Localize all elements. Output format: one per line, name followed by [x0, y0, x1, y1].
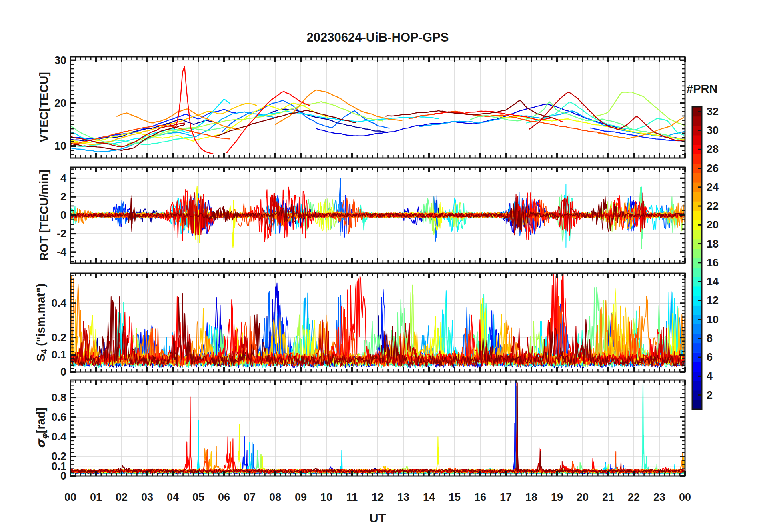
y-tick-label-s4: 0.4: [51, 297, 66, 310]
x-tick-label: 05: [192, 491, 204, 504]
y-tick-label-rot: 0: [60, 209, 66, 222]
colorbar-segment: [692, 362, 702, 372]
x-tick-label: 06: [218, 491, 230, 504]
x-tick-label: 23: [653, 491, 665, 504]
colorbar-tick-label: 16: [707, 256, 719, 269]
figure-canvas: [0, 0, 761, 532]
colorbar: [692, 107, 702, 410]
y-axis-label-rot-text: ROT [TECU/min]: [38, 170, 50, 260]
y-axis-label-s4: S4 ("ism.mat"): [34, 284, 49, 362]
x-tick-label: 08: [269, 491, 281, 504]
colorbar-tick-label: 24: [707, 181, 719, 193]
series-prn-4: [316, 104, 685, 138]
y-tick-label-s4: 0.1: [51, 349, 66, 361]
y-tick-label-sigma_phi: 0.4: [51, 431, 66, 443]
series-s4: [70, 246, 684, 368]
colorbar-segment: [692, 230, 702, 239]
x-tick-label: 16: [474, 491, 486, 504]
y-axis-label-s4-text: S: [34, 354, 47, 361]
x-tick-label: 01: [90, 491, 102, 504]
colorbar-segment: [692, 173, 702, 182]
x-tick-label: 00: [679, 491, 691, 504]
x-tick-label: 02: [116, 491, 128, 504]
series-prn-8: [70, 178, 684, 241]
y-tick-label-rot: 4: [60, 172, 66, 184]
x-tick-label: 09: [295, 491, 307, 504]
y-tick-label-vtec: 20: [54, 97, 66, 109]
x-tick-label: 18: [525, 491, 537, 504]
x-tick-label: 22: [628, 491, 640, 504]
figure: 20230624-UiB-HOP-GPS UT VTEC[TECU] ROT […: [0, 0, 761, 532]
colorbar-tick-label: 2: [707, 389, 713, 401]
panel-s4: [70, 246, 685, 372]
colorbar-segment: [692, 343, 702, 353]
colorbar-tick-label: 28: [707, 143, 719, 156]
x-axis-label: UT: [369, 511, 386, 526]
y-tick-label-s4: 0.2: [51, 332, 66, 344]
y-tick-label-sigma_phi: 0.8: [51, 392, 66, 404]
colorbar-segment: [692, 268, 702, 277]
colorbar-segment: [692, 400, 702, 409]
y-tick-label-sigma_phi: 0.2: [51, 450, 66, 463]
y-tick-label-rot: -2: [57, 228, 66, 240]
colorbar-tick-label: 30: [707, 124, 719, 137]
colorbar-tick-label: 26: [707, 162, 719, 174]
series-sigma_phi: [70, 379, 684, 474]
grid-vtec: [70, 57, 685, 158]
colorbar-tick-label: 6: [707, 351, 713, 364]
y-axis-label-rot: ROT [TECU/min]: [38, 170, 52, 260]
x-tick-label: 12: [372, 491, 384, 504]
colorbar-segment: [692, 286, 702, 296]
colorbar-segment: [692, 154, 702, 164]
y-tick-label-sigma_phi: 0.6: [51, 411, 66, 424]
y-tick-label-vtec: 10: [54, 140, 66, 152]
series-prn-32: [70, 383, 684, 473]
series-prn-30: [70, 380, 684, 473]
y-tick-label-rot: 2: [60, 190, 66, 203]
x-tick-label: 11: [346, 491, 358, 504]
x-tick-label: 00: [64, 491, 76, 504]
y-axis-label-sigma-phi: σφ[rad]: [34, 408, 49, 448]
panel-rot: [70, 167, 685, 263]
series-prn-16: [470, 102, 685, 142]
y-tick-label-s4: 0: [60, 366, 66, 378]
x-tick-label: 21: [602, 491, 614, 504]
colorbar-segment: [692, 135, 702, 145]
colorbar-tick-label: 22: [707, 200, 719, 212]
colorbar-segment: [692, 192, 702, 202]
colorbar-tick-label: 14: [707, 276, 719, 288]
colorbar-tick-label: 4: [707, 370, 713, 382]
y-tick-label-rot: -4: [57, 246, 66, 258]
colorbar-tick-label: 12: [707, 294, 719, 307]
y-tick-label-vtec: 30: [54, 54, 66, 66]
y-axis-label-vtec: VTEC[TECU]: [38, 72, 52, 142]
colorbar-tick-label: 8: [707, 332, 713, 344]
x-tick-label: 07: [244, 491, 256, 504]
colorbar-title: #PRN: [687, 82, 717, 96]
colorbar-tick-label: 32: [707, 105, 719, 118]
x-tick-label: 20: [577, 491, 589, 504]
series-prn-14: [70, 382, 684, 474]
colorbar-segment: [692, 248, 702, 258]
colorbar-segment: [692, 116, 702, 126]
series-prn-10: [70, 386, 684, 474]
panel-sigma_phi: [70, 379, 685, 476]
y-axis-label-vtec-text: VTEC[TECU]: [38, 72, 50, 142]
y-axis-label-sigma-phi-text: σ: [34, 440, 48, 449]
series-rot: [70, 178, 684, 248]
colorbar-segment: [692, 324, 702, 334]
x-tick-label: 10: [320, 491, 332, 504]
colorbar-tick-label: 20: [707, 219, 719, 231]
x-tick-label: 19: [551, 491, 563, 504]
panel-vtec: [70, 57, 685, 158]
x-tick-label: 04: [167, 491, 179, 504]
series-prn-6: [70, 379, 684, 474]
colorbar-tick-label: 18: [707, 238, 719, 250]
colorbar-segment: [692, 305, 702, 315]
x-tick-label: 03: [141, 491, 153, 504]
x-tick-label: 17: [500, 491, 512, 504]
x-tick-label: 13: [397, 491, 409, 504]
x-tick-label: 14: [423, 491, 435, 504]
chart-title: 20230624-UiB-HOP-GPS: [307, 30, 449, 45]
colorbar-segment: [692, 211, 702, 220]
